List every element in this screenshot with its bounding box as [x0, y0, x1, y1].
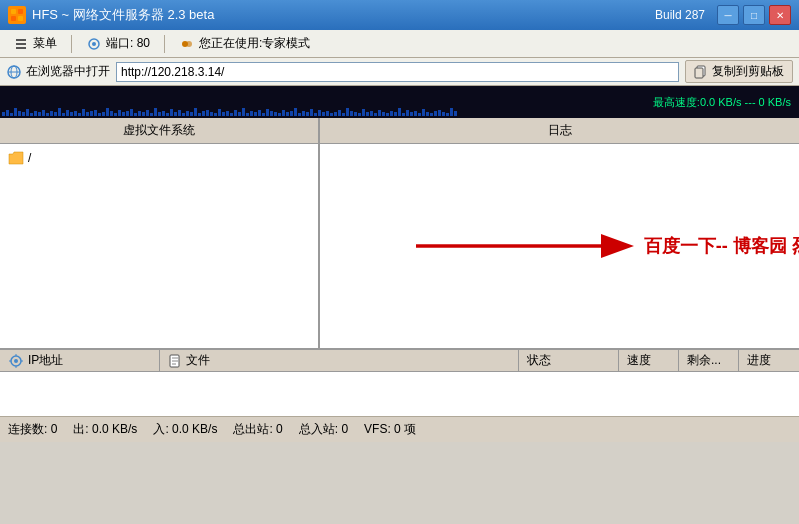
copy-label: 复制到剪贴板	[712, 63, 784, 80]
svg-rect-0	[11, 9, 16, 14]
col-file-label: 文件	[186, 352, 210, 369]
in-speed-status: 入: 0.0 KB/s	[153, 421, 217, 438]
col-file: 文件	[160, 350, 519, 371]
menu-icon	[13, 36, 29, 52]
mode-icon	[179, 36, 195, 52]
mode-label: 您正在使用:专家模式	[199, 35, 310, 52]
downloads-section: IP地址 文件 状态 速度 剩余... 进度	[0, 348, 799, 416]
open-in-browser-label: 在浏览器中打开	[6, 63, 110, 80]
traffic-bar: 最高速度:0.0 KB/s --- 0 KB/s	[0, 86, 799, 118]
folder-icon	[8, 150, 24, 166]
file-icon	[168, 354, 182, 368]
url-input[interactable]	[116, 62, 679, 82]
root-label: /	[28, 151, 31, 165]
col-status: 状态	[519, 350, 619, 371]
maximize-button[interactable]: □	[743, 5, 765, 25]
main-panels: 虚拟文件系统 / 日志 百度一下-	[0, 118, 799, 348]
vfs-status: VFS: 0 项	[364, 421, 416, 438]
total-out-status: 总出站: 0	[233, 421, 282, 438]
title-bar: HFS ~ 网络文件服务器 2.3 beta Build 287 ─ □ ✕	[0, 0, 799, 30]
svg-marker-17	[601, 234, 634, 258]
svg-point-8	[92, 42, 96, 46]
col-remaining: 剩余...	[679, 350, 739, 371]
menu-button[interactable]: 菜单	[4, 31, 66, 56]
svg-point-10	[186, 41, 192, 47]
copy-icon	[694, 65, 708, 79]
port-button[interactable]: 端口: 80	[77, 31, 159, 56]
log-panel-content: 百度一下-- 博客园 烈焰病毒	[320, 144, 799, 348]
svg-rect-3	[18, 16, 23, 21]
col-status-label: 状态	[527, 352, 551, 369]
root-folder-item[interactable]: /	[4, 148, 314, 168]
svg-point-19	[14, 359, 18, 363]
col-ip-label: IP地址	[28, 352, 63, 369]
menu-separator-1	[71, 35, 72, 53]
copy-button[interactable]: 复制到剪贴板	[685, 60, 793, 83]
traffic-label: 最高速度:0.0 KB/s --- 0 KB/s	[653, 95, 791, 110]
app-icon	[8, 6, 26, 24]
svg-rect-4	[16, 39, 26, 41]
downloads-header: IP地址 文件 状态 速度 剩余... 进度	[0, 350, 799, 372]
port-icon	[86, 36, 102, 52]
browser-icon	[6, 64, 22, 80]
svg-rect-15	[695, 68, 703, 78]
out-speed-status: 出: 0.0 KB/s	[73, 421, 137, 438]
traffic-canvas: 最高速度:0.0 KB/s --- 0 KB/s	[0, 86, 799, 118]
svg-rect-6	[16, 47, 26, 49]
annotation: 百度一下-- 博客园 烈焰病毒	[416, 224, 799, 268]
log-panel-header: 日志	[320, 118, 799, 144]
minimize-button[interactable]: ─	[717, 5, 739, 25]
total-in-status: 总入站: 0	[299, 421, 348, 438]
log-panel: 日志 百度一下-- 博客园 烈焰病毒	[320, 118, 799, 348]
close-button[interactable]: ✕	[769, 5, 791, 25]
url-bar: 在浏览器中打开 复制到剪贴板	[0, 58, 799, 86]
svg-rect-2	[11, 16, 16, 21]
port-label: 端口: 80	[106, 35, 150, 52]
col-progress-label: 进度	[747, 352, 771, 369]
window-controls: ─ □ ✕	[717, 5, 791, 25]
col-ip: IP地址	[0, 350, 160, 371]
vfs-panel: 虚拟文件系统 /	[0, 118, 320, 348]
col-speed-label: 速度	[627, 352, 651, 369]
annotation-arrow	[416, 224, 636, 268]
connections-status: 连接数: 0	[8, 421, 57, 438]
build-label: Build 287	[655, 8, 705, 22]
mode-button[interactable]: 您正在使用:专家模式	[170, 31, 319, 56]
downloads-body	[0, 372, 799, 416]
menu-separator-2	[164, 35, 165, 53]
svg-rect-5	[16, 43, 26, 45]
status-bar: 连接数: 0 出: 0.0 KB/s 入: 0.0 KB/s 总出站: 0 总入…	[0, 416, 799, 442]
app-title: HFS ~ 网络文件服务器 2.3 beta	[32, 6, 655, 24]
svg-rect-1	[18, 9, 23, 14]
vfs-panel-header: 虚拟文件系统	[0, 118, 318, 144]
menu-bar: 菜单 端口: 80 您正在使用:专家模式	[0, 30, 799, 58]
col-speed: 速度	[619, 350, 679, 371]
menu-label: 菜单	[33, 35, 57, 52]
col-remaining-label: 剩余...	[687, 352, 721, 369]
network-icon	[8, 353, 24, 369]
col-progress: 进度	[739, 350, 799, 371]
annotation-text: 百度一下-- 博客园 烈焰病毒	[644, 234, 799, 258]
vfs-panel-content[interactable]: /	[0, 144, 318, 348]
